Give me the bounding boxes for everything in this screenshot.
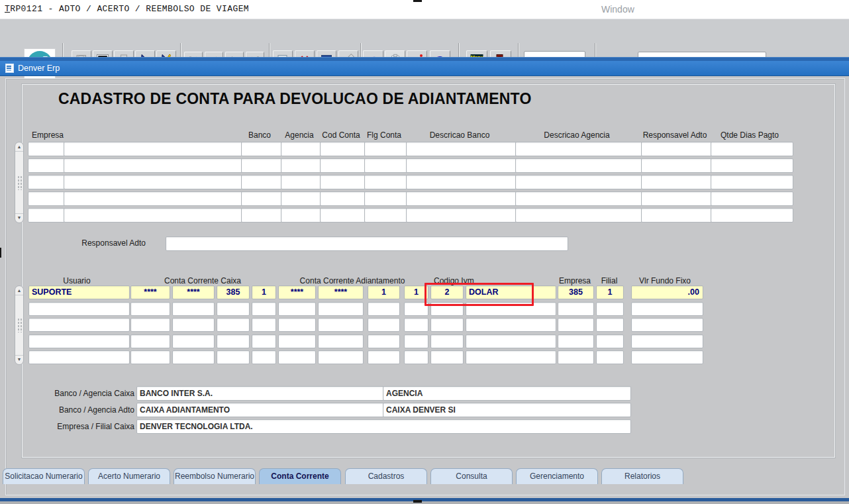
grid1-cell[interactable] [64, 142, 243, 156]
grid1-cell[interactable] [406, 191, 518, 206]
grid2-cell[interactable] [318, 318, 364, 332]
grid2-cell[interactable] [130, 334, 170, 348]
grid2-cell[interactable] [466, 318, 556, 332]
grid2-cell[interactable] [404, 334, 428, 348]
grid1-cell[interactable] [364, 208, 409, 223]
grid2-cell[interactable] [278, 334, 316, 348]
tab-acerto-numerario[interactable]: Acerto Numerario [88, 468, 170, 484]
grid1-cell[interactable] [281, 158, 322, 173]
grid2-cell[interactable] [28, 334, 130, 348]
scroll-down-icon[interactable]: ▼ [15, 213, 23, 222]
grid2-cell[interactable] [631, 334, 703, 348]
grid1-cell[interactable] [320, 208, 366, 223]
grid1-cell[interactable] [406, 158, 518, 173]
grid1-cell[interactable] [515, 142, 642, 156]
grid1-cell[interactable] [281, 208, 322, 223]
detail-field[interactable]: CAIXA ADIANTAMENTO [136, 403, 385, 417]
grid1-cell[interactable] [281, 142, 322, 156]
grid2-cell[interactable] [430, 318, 464, 332]
grid1-cell[interactable] [364, 158, 409, 173]
grid1-cell[interactable] [711, 191, 793, 206]
grid2-cell[interactable] [130, 302, 170, 316]
grid1-cell[interactable] [320, 175, 366, 189]
grid2-cell[interactable] [217, 350, 250, 364]
grid2-cell[interactable] [368, 334, 400, 348]
grid1-cell[interactable] [241, 158, 283, 173]
grid1-cell[interactable] [364, 175, 409, 189]
grid2-cell[interactable] [172, 334, 215, 348]
grid1-cell[interactable] [320, 158, 366, 173]
grid2-cell[interactable] [631, 318, 703, 332]
grid1-cell[interactable] [28, 142, 66, 156]
tab-cadastros[interactable]: Cadastros [345, 468, 427, 484]
vertical-scrollbar[interactable]: ▲▼ [15, 142, 24, 223]
grid1-cell[interactable] [641, 158, 713, 173]
grid2-cell[interactable] [28, 302, 130, 316]
grid2-cell[interactable]: 1 [368, 285, 400, 299]
grid2-cell[interactable]: **** [130, 285, 170, 299]
grid2-cell[interactable] [404, 350, 428, 364]
grid2-cell[interactable] [278, 302, 316, 316]
grid2-cell[interactable] [368, 302, 400, 316]
tab-conta-corrente[interactable]: Conta Corrente [259, 468, 341, 484]
grid1-cell[interactable] [28, 191, 66, 206]
tab-reembolso-numerario[interactable]: Reembolso Numerario [174, 468, 256, 484]
grid2-cell[interactable] [278, 350, 316, 364]
grid1-cell[interactable] [28, 175, 66, 189]
grid1-cell[interactable] [64, 208, 243, 223]
grid1-cell[interactable] [64, 175, 243, 189]
grid2-cell[interactable] [368, 318, 400, 332]
grid1-cell[interactable] [711, 142, 793, 156]
tab-gerenciamento[interactable]: Gerenciamento [516, 468, 598, 484]
grid1-cell[interactable] [320, 191, 366, 206]
detail-field[interactable]: BANCO INTER S.A. [136, 386, 385, 401]
grid2-cell[interactable]: **** [278, 285, 316, 299]
grid1-cell[interactable] [406, 208, 518, 223]
window-menu-item[interactable]: Window [601, 4, 634, 15]
grid1-cell[interactable] [241, 142, 283, 156]
grid2-cell[interactable] [318, 334, 364, 348]
grid2-cell[interactable] [430, 334, 464, 348]
grid2-cell[interactable] [596, 318, 624, 332]
grid2-cell[interactable]: 1 [596, 285, 624, 299]
grid2-cell[interactable] [596, 350, 624, 364]
grid2-cell[interactable] [252, 350, 276, 364]
grid2-cell[interactable] [596, 302, 624, 316]
grid2-cell[interactable] [130, 350, 170, 364]
grid1-cell[interactable] [320, 142, 366, 156]
grid2-cell[interactable] [404, 318, 428, 332]
grid1-cell[interactable] [406, 142, 518, 156]
grid2-cell[interactable] [558, 334, 594, 348]
grid2-cell[interactable]: **** [172, 285, 215, 299]
grid1-cell[interactable] [241, 191, 283, 206]
grid2-cell[interactable]: SUPORTE [28, 285, 130, 299]
grid1-cell[interactable] [711, 208, 793, 223]
grid1-cell[interactable] [711, 175, 793, 189]
scroll-up-icon[interactable]: ▲ [15, 143, 23, 152]
grid2-cell[interactable] [318, 302, 364, 316]
grid1-cell[interactable] [281, 175, 322, 189]
grid2-cell[interactable] [172, 350, 215, 364]
grid1-cell[interactable] [241, 208, 283, 223]
grid2-cell[interactable] [318, 350, 364, 364]
grid1-cell[interactable] [515, 191, 642, 206]
grid2-cell[interactable] [217, 302, 250, 316]
grid2-cell[interactable]: 1 [252, 285, 276, 299]
scroll-down-icon[interactable]: ▼ [15, 355, 23, 364]
grid2-cell[interactable] [558, 350, 594, 364]
grid2-cell[interactable] [252, 318, 276, 332]
grid2-cell[interactable] [558, 302, 594, 316]
grid1-cell[interactable] [364, 142, 409, 156]
grid1-cell[interactable] [641, 142, 713, 156]
grid2-cell[interactable]: .00 [631, 285, 703, 299]
detail-field[interactable]: AGENCIA [383, 386, 631, 401]
grid2-cell[interactable] [28, 350, 130, 364]
grid2-cell[interactable] [466, 350, 556, 364]
grid2-cell[interactable] [631, 350, 703, 364]
grid1-cell[interactable] [515, 175, 642, 189]
detail-field[interactable]: DENVER TECNOLOGIA LTDA. [136, 419, 631, 434]
grid2-cell[interactable]: **** [318, 285, 364, 299]
tab-relatorios[interactable]: Relatorios [601, 468, 683, 484]
grid1-cell[interactable] [406, 175, 518, 189]
grid2-cell[interactable] [217, 334, 250, 348]
